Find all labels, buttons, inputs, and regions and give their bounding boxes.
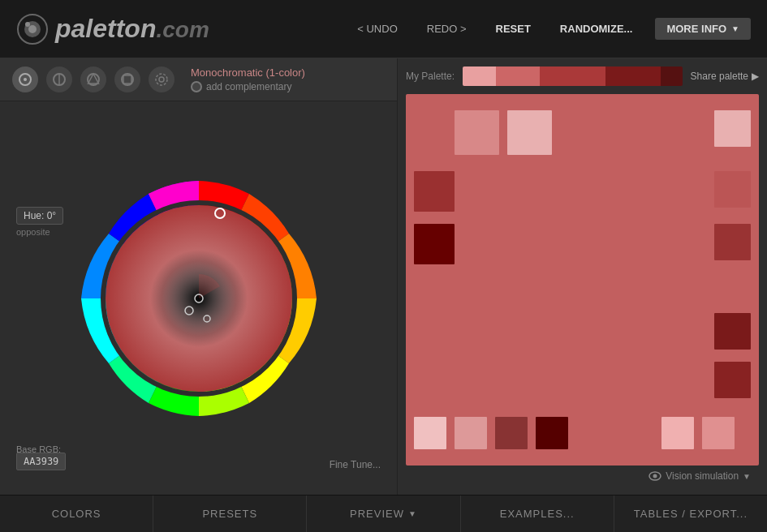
swatch-bottom-3[interactable] [495, 417, 528, 449]
swatch-dark-1[interactable] [414, 224, 455, 264]
palette-label: My Palette: [406, 71, 455, 82]
swatch-right-1[interactable] [714, 110, 751, 147]
swatch-top-1[interactable] [455, 110, 499, 155]
swatch-mid-right-1[interactable] [714, 171, 751, 208]
randomize-button[interactable]: RANDOMIZE... [554, 19, 640, 38]
mode-icon-monochromatic[interactable] [12, 66, 38, 92]
mode-icon-adjacent[interactable] [46, 66, 72, 92]
main-content: Monochromatic (1-color) add complementar… [0, 58, 767, 495]
nav-actions: < UNDO REDO > RESET RANDOMIZE... MORE IN… [351, 18, 751, 40]
palette-swatch-1[interactable] [463, 66, 496, 86]
add-complementary-toggle[interactable]: add complementary [191, 81, 305, 92]
mode-icon-tetrad[interactable] [114, 66, 140, 92]
more-info-arrow-icon: ▼ [731, 24, 739, 33]
share-palette-label: Share palette [691, 71, 748, 82]
vision-bar: Vision simulation ▼ [406, 466, 759, 487]
svg-point-12 [159, 77, 164, 82]
palette-header: My Palette: Share palette ▶ [406, 66, 759, 86]
swatch-bottom-4[interactable] [536, 417, 568, 449]
swatch-dark-right[interactable] [714, 224, 751, 260]
logo-icon [16, 13, 49, 45]
palette-bar[interactable] [463, 66, 683, 86]
mode-color-text: (1-color) [266, 66, 305, 79]
redo-button[interactable]: REDO > [420, 19, 473, 38]
swatch-bottom-5[interactable] [661, 417, 694, 449]
swatch-bottom-right-1[interactable] [714, 313, 751, 350]
mode-name: Monochromatic (1-color) [191, 66, 305, 79]
left-panel: Monochromatic (1-color) add complementar… [0, 58, 398, 495]
right-panel: My Palette: Share palette ▶ [398, 58, 767, 495]
color-wheel[interactable] [69, 169, 329, 428]
palette-swatch-3[interactable] [540, 66, 605, 86]
svg-point-20 [653, 474, 657, 478]
mode-icon-settings[interactable] [149, 66, 175, 92]
preview-arrow-icon: ▼ [408, 509, 417, 518]
swatch-bottom-6[interactable] [702, 417, 735, 449]
tables-tab-label: TABLES / EXPORT... [634, 508, 748, 520]
eye-icon [649, 471, 661, 481]
share-arrow-icon: ▶ [752, 71, 759, 82]
colors-tab-label: COLORS [52, 508, 101, 520]
examples-tab[interactable]: EXAMPLES... [461, 496, 614, 532]
examples-tab-label: EXAMPLES... [500, 508, 575, 520]
swatch-bottom-1[interactable] [414, 417, 446, 449]
bottom-bar: COLORS PRESETS PREVIEW ▼ EXAMPLES... TAB… [0, 495, 767, 532]
logo-area: paletton.com [16, 13, 351, 45]
swatch-top-2[interactable] [507, 110, 552, 155]
vision-simulation-button[interactable]: Vision simulation ▼ [649, 470, 751, 482]
vision-arrow-icon: ▼ [743, 472, 751, 481]
presets-tab-label: PRESETS [202, 508, 257, 520]
reset-button[interactable]: RESET [489, 19, 537, 38]
more-info-button[interactable]: MORE INFO ▼ [655, 18, 751, 40]
toggle-circle-icon [191, 81, 202, 92]
share-palette-button[interactable]: Share palette ▶ [691, 71, 759, 82]
wheel-area[interactable]: Hue: 0° opposite [0, 101, 397, 495]
swatch-mid-left-1[interactable] [414, 171, 455, 212]
color-grid[interactable] [406, 94, 759, 466]
mode-bar: Monochromatic (1-color) add complementar… [0, 58, 397, 101]
logo-domain: .com [156, 17, 209, 42]
logo-text: paletton.com [55, 14, 209, 44]
preview-tab-label: PREVIEW [350, 508, 404, 520]
colors-tab[interactable]: COLORS [0, 496, 153, 532]
undo-button[interactable]: < UNDO [351, 19, 403, 38]
base-rgb-value[interactable]: AA3939 [16, 453, 66, 470]
mode-name-text: Monochromatic [191, 66, 263, 79]
opposite-label: opposite [16, 227, 50, 237]
tables-tab[interactable]: TABLES / EXPORT... [614, 496, 767, 532]
mode-label-area: Monochromatic (1-color) add complementar… [191, 66, 305, 92]
hue-label: Hue: 0° [16, 207, 63, 225]
swatch-bottom-right-2[interactable] [714, 362, 751, 398]
svg-rect-11 [123, 75, 131, 84]
svg-point-3 [25, 22, 30, 27]
preview-tab[interactable]: PREVIEW ▼ [307, 496, 460, 532]
swatch-bottom-2[interactable] [455, 417, 487, 449]
svg-point-5 [24, 78, 27, 81]
mode-icon-triad[interactable] [80, 66, 106, 92]
more-info-label: MORE INFO [666, 23, 726, 35]
add-complementary-label: add complementary [206, 81, 291, 92]
vision-label-text: Vision simulation [666, 470, 739, 482]
palette-swatch-2[interactable] [496, 66, 540, 86]
logo-paletton: paletton [55, 14, 156, 43]
top-navigation: paletton.com < UNDO REDO > RESET RANDOMI… [0, 0, 767, 58]
svg-point-2 [28, 25, 37, 33]
palette-swatch-4[interactable] [605, 66, 661, 86]
palette-swatch-5[interactable] [661, 66, 683, 86]
fine-tune-button[interactable]: Fine Tune... [330, 459, 381, 470]
svg-point-13 [156, 74, 167, 85]
presets-tab[interactable]: PRESETS [153, 496, 307, 532]
